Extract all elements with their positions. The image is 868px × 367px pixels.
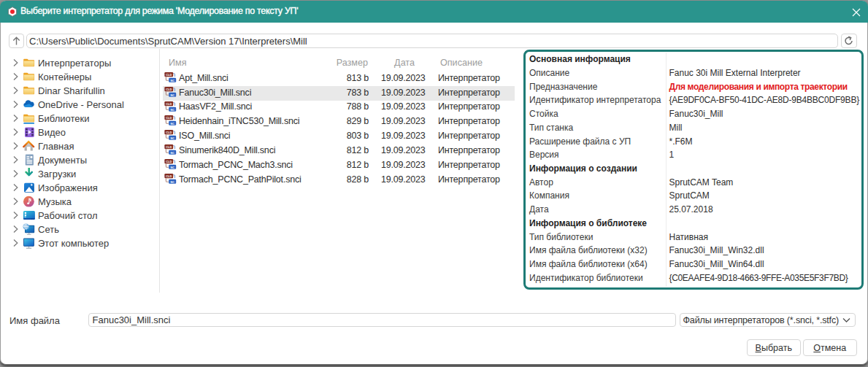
svg-text:NC: NC <box>170 93 174 96</box>
svg-text:NC: NC <box>170 122 174 125</box>
svg-text:CLD: CLD <box>166 116 172 120</box>
svg-text:NC: NC <box>170 151 174 155</box>
svg-text:CLD: CLD <box>166 160 172 163</box>
svg-text:NC: NC <box>170 78 174 82</box>
svg-text:NC: NC <box>170 107 174 111</box>
svg-text:NC: NC <box>170 179 174 183</box>
svg-text:CLD: CLD <box>166 174 172 178</box>
svg-text:CLD: CLD <box>166 101 172 105</box>
svg-text:NC: NC <box>170 165 174 169</box>
svg-text:CLD: CLD <box>166 145 172 149</box>
svg-text:CLD: CLD <box>166 131 172 134</box>
svg-text:NC: NC <box>170 136 174 140</box>
svg-text:CLD: CLD <box>166 72 172 76</box>
svg-text:CLD: CLD <box>166 87 172 90</box>
